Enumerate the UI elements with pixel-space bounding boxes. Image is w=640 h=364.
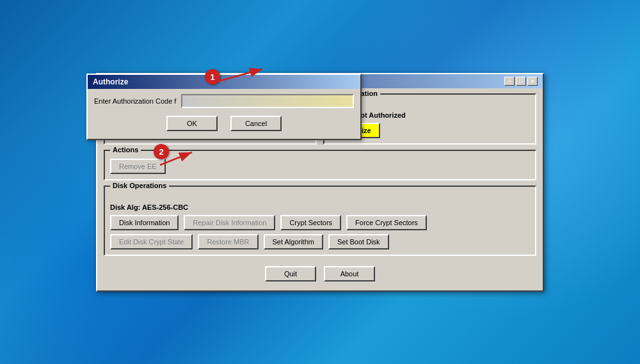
restore-mbr-button[interactable]: Restore MBR: [198, 234, 258, 249]
disk-operations-content: Disk Alg: AES-256-CBC Disk Information R…: [110, 189, 530, 249]
quit-button[interactable]: Quit: [265, 266, 316, 281]
modal-body: Enter Authorization Code f OK Cancel: [88, 89, 360, 139]
modal-input-row: Enter Authorization Code f: [94, 94, 354, 108]
authorize-dialog: Authorize Enter Authorization Code f OK …: [86, 74, 362, 140]
minimize-button[interactable]: −: [504, 77, 515, 86]
disk-information-button[interactable]: Disk Information: [110, 215, 179, 230]
modal-cancel-button[interactable]: Cancel: [230, 116, 282, 131]
actions-label: Actions: [110, 146, 141, 154]
title-bar-controls: − □ ×: [504, 77, 538, 86]
disk-btn-row-2: Edit Disk Crypt State Restore MBR Set Al…: [110, 234, 530, 249]
maximize-button[interactable]: □: [516, 77, 526, 86]
set-boot-disk-button[interactable]: Set Boot Disk: [328, 234, 389, 249]
modal-btn-row: OK Cancel: [94, 113, 354, 134]
repair-disk-button[interactable]: Repair Disk Information: [184, 215, 275, 230]
modal-title-bar: Authorize: [88, 75, 360, 89]
actions-content: Remove EE: [110, 154, 530, 174]
authorization-code-input[interactable]: [181, 94, 354, 108]
force-crypt-button[interactable]: Force Crypt Sectors: [346, 215, 427, 230]
disk-alg-text: Disk Alg: AES-256-CBC: [110, 203, 530, 211]
about-button[interactable]: About: [324, 266, 375, 281]
set-algorithm-button[interactable]: Set Algorithm: [264, 234, 323, 249]
remove-ee-button[interactable]: Remove EE: [110, 159, 166, 174]
bottom-btn-row: Quit About: [104, 261, 536, 284]
crypt-sectors-button[interactable]: Crypt Sectors: [280, 215, 341, 230]
disk-operations-group: Disk Operations Disk Alg: AES-256-CBC Di…: [104, 186, 536, 256]
actions-group: Actions Remove EE: [104, 150, 536, 180]
edit-disk-button[interactable]: Edit Disk Crypt State: [110, 234, 193, 249]
modal-title: Authorize: [93, 77, 128, 86]
disk-operations-label: Disk Operations: [110, 182, 169, 189]
close-button[interactable]: ×: [527, 77, 538, 86]
modal-prompt: Enter Authorization Code f: [94, 97, 176, 105]
modal-ok-button[interactable]: OK: [166, 116, 218, 131]
disk-btn-row-1: Disk Information Repair Disk Information…: [110, 215, 530, 230]
